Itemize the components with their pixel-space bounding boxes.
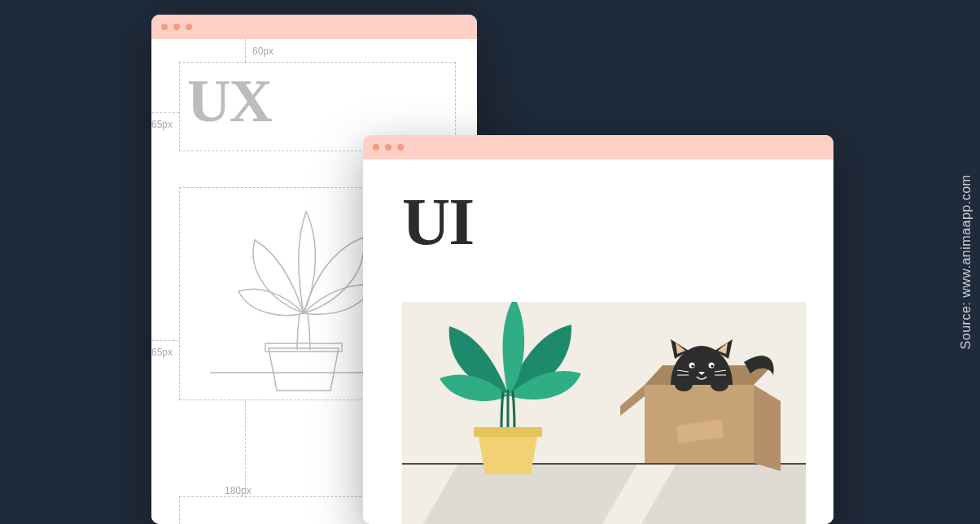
guide-line [245,400,246,498]
source-credit: Source: www.animaapp.com [959,175,973,350]
close-icon[interactable] [373,144,379,151]
window-title-bar [151,15,477,39]
svg-point-1 [675,378,693,391]
illustration-scene [402,302,806,524]
measure-side-1: 65px [151,119,173,130]
minimize-icon[interactable] [385,144,392,151]
svg-point-2 [711,378,728,391]
maximize-icon[interactable] [397,144,404,151]
plant-colored-icon [427,302,589,480]
ui-title: UI [402,184,473,260]
svg-point-6 [711,365,713,367]
measure-side-2: 65px [151,347,173,358]
ux-title: UX [187,67,271,136]
measure-bottom: 180px [225,485,252,496]
maximize-icon[interactable] [186,24,192,30]
guide-line [245,39,246,62]
minimize-icon[interactable] [173,24,180,30]
ui-design-window: UI [363,135,833,524]
ui-window-body: UI [363,159,833,524]
window-title-bar [363,135,833,159]
measure-top: 60px [252,46,273,57]
guide-line [151,112,179,113]
close-icon[interactable] [161,24,168,30]
guide-line [151,340,179,341]
cat-in-box-icon [614,334,785,480]
svg-point-5 [691,365,693,367]
